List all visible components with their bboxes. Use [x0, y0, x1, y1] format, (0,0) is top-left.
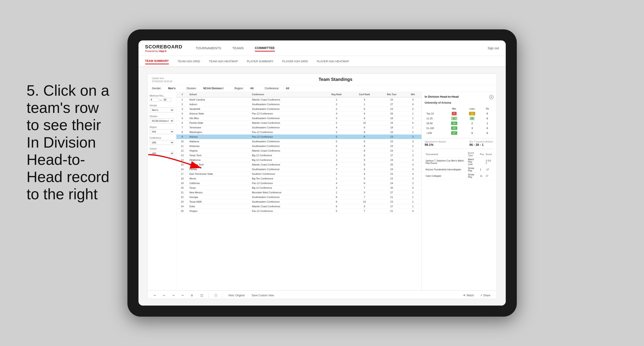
table-row[interactable]: 19 California Pac-12 Conference 4 8 24 2: [176, 181, 422, 185]
division-filter-value[interactable]: NCAA Division I: [203, 87, 224, 90]
cell-rds-tour: 26: [379, 163, 405, 167]
view-original-button[interactable]: View: Original: [226, 293, 246, 298]
table-row[interactable]: 25 Oregon Pac-12 Conference 5 7 21 0: [176, 209, 422, 213]
filters-sidebar: Minimum Rou... — Gender Men's: [148, 92, 176, 290]
table-row[interactable]: 5 Ole Miss Southeastern Conference 3 6 1…: [176, 116, 422, 121]
sign-out[interactable]: Sign out: [488, 46, 499, 50]
sub-nav-player-summary[interactable]: PLAYER SUMMARY: [247, 59, 274, 64]
undo2-button[interactable]: ↩: [161, 293, 167, 298]
cell-conf-rank: 6: [350, 125, 379, 130]
gender-filter-value[interactable]: Men's: [168, 87, 176, 90]
cell-win: 5: [404, 107, 421, 111]
copy-button[interactable]: ⧉: [189, 293, 195, 298]
cell-conf-rank: 7: [350, 195, 379, 199]
gender-filter-label: Gender:: [152, 87, 162, 90]
cell-school: Georgia: [188, 195, 251, 199]
table-row[interactable]: 4 Arizona State Pac-12 Conference 4 9 26…: [176, 111, 422, 116]
cell-rank: 23: [176, 199, 188, 204]
h2h-tie: 0: [481, 126, 494, 131]
sub-nav-team-h2h-heatmap[interactable]: TEAM H2H HEATMAP: [209, 59, 238, 64]
conference-select[interactable]: (All): [150, 140, 174, 145]
clock-button[interactable]: 🕐: [212, 293, 219, 298]
table-row[interactable]: 14 Oklahoma Big 12 Conference 3 9 24 2: [176, 158, 422, 163]
content-area: Update time: 27/03/2024 16:56:26 Team St…: [138, 67, 506, 306]
table-row[interactable]: 8 Washington Pac-12 Conference 2 8 23 1: [176, 130, 422, 135]
record-value: 86 - 26 - 1: [470, 143, 494, 147]
cut-button[interactable]: ✂: [180, 293, 186, 298]
cell-conf-rank: 7: [350, 185, 379, 190]
school-select[interactable]: (All): [150, 151, 174, 156]
sub-nav-team-summary[interactable]: TEAM SUMMARY: [145, 58, 169, 64]
cell-conf-rank: 8: [350, 130, 379, 135]
table-row[interactable]: 23 Texas A&M Southeastern Conference 9 1…: [176, 199, 422, 204]
nav-committee[interactable]: COMMITTEE: [255, 45, 275, 51]
cell-conf-rank: 9: [350, 97, 379, 102]
cell-win: 0: [404, 209, 421, 213]
table-row[interactable]: 13 Texas Tech Big 12 Conference 1 9 27 2: [176, 153, 422, 158]
h2h-close-button[interactable]: ✕: [489, 95, 494, 99]
table-row[interactable]: 9 Arizona Pac-12 Conference 5 8 23 3: [176, 135, 422, 139]
table-row[interactable]: 10 Alabama Southeastern Conference 5 8 2…: [176, 139, 422, 144]
table-row[interactable]: 21 New Mexico Mountain West Conference 1…: [176, 190, 422, 195]
cell-conference: Pac-12 Conference: [251, 209, 323, 213]
cell-conference: Big 12 Conference: [251, 185, 323, 190]
sub-nav-player-h2h-heatmap[interactable]: PLAYER H2H HEATMAP: [317, 59, 349, 64]
table-row[interactable]: 15 Georgia Tech Atlantic Coast Conferenc…: [176, 163, 422, 167]
cell-school: Arizona: [188, 135, 251, 139]
logo-sub: Powered by clipp'd: [145, 50, 182, 52]
cell-win: 4: [404, 163, 421, 167]
table-row[interactable]: 24 Duke Atlantic Coast Conference 5 9 27…: [176, 204, 422, 209]
watch-button[interactable]: 👁 Watch: [461, 293, 476, 298]
conference-filter-value[interactable]: All: [286, 87, 289, 90]
sub-nav-team-h2h-grid[interactable]: TEAM H2H GRID: [178, 59, 200, 64]
table-row[interactable]: 1 North Carolina Atlantic Coast Conferen…: [176, 97, 422, 102]
cell-rds-tour: 27: [379, 190, 405, 195]
cell-reg-rank: 7: [323, 167, 350, 172]
table-row[interactable]: 16 Florida Southeastern Conference 7 9 2…: [176, 167, 422, 172]
save-custom-button[interactable]: Save Custom View: [250, 293, 276, 298]
nav-tournaments[interactable]: TOURNAMENTS: [196, 45, 221, 51]
redo-button[interactable]: ↪: [170, 293, 176, 298]
h2h-loss: 0: [463, 131, 481, 136]
table-row[interactable]: 20 Texas Big 12 Conference 3 7 20 0: [176, 185, 422, 190]
cell-win: 1: [404, 116, 421, 121]
sub-nav-player-h2h-grid[interactable]: PLAYER H2H GRID: [282, 59, 308, 64]
toolbar-div2: [223, 293, 223, 298]
table-row[interactable]: 3 Vanderbilt Southeastern Conference 2 8…: [176, 107, 422, 111]
paste-button[interactable]: 📋: [198, 293, 205, 298]
cell-rds-tour: 23: [379, 172, 405, 176]
table-row[interactable]: 2 Auburn Southeastern Conference 2 1 27 …: [176, 102, 422, 107]
table-row[interactable]: 18 Illinois Big Ten Conference 1 9 23 3: [176, 176, 422, 181]
table-row[interactable]: 7 Tennessee Southeastern Conference 4 6 …: [176, 125, 422, 130]
cell-win: 0: [404, 121, 421, 125]
tourn-type: Match PlayLoss: [467, 158, 479, 166]
table-row[interactable]: 12 Virginia Atlantic Coast Conference 3 …: [176, 149, 422, 153]
share-button[interactable]: ↗ Share: [478, 293, 492, 298]
h2h-col-range: [425, 107, 445, 111]
cell-rds-tour: 23: [379, 135, 405, 139]
table-row[interactable]: 22 Georgia Southeastern Conference 8 7 2…: [176, 195, 422, 199]
region-filter-value[interactable]: All: [250, 87, 254, 90]
table-row[interactable]: 17 East Tennessee State Southern Confere…: [176, 172, 422, 176]
gender-select[interactable]: Men's: [150, 108, 174, 112]
h2h-win: 11: [445, 116, 463, 121]
gender-sidebar-filter: Gender Men's: [150, 104, 174, 112]
cell-reg-rank: 4: [323, 125, 350, 130]
min-rou-max-input[interactable]: [163, 98, 172, 102]
cell-conf-rank: 1: [350, 102, 379, 107]
cell-win: 3: [404, 139, 421, 144]
min-rou-min-input[interactable]: [150, 98, 158, 102]
division-select[interactable]: NCAA Division I: [150, 118, 174, 123]
update-time: Update time: 27/03/2024 16:56:26: [152, 77, 172, 83]
table-row[interactable]: 6 Florida State Atlantic Coast Conferenc…: [176, 121, 422, 125]
cell-reg-rank: 6: [323, 144, 350, 149]
cell-conference: Big 12 Conference: [251, 158, 323, 163]
h2h-table-header: Win Loss Tie: [425, 107, 494, 111]
region-select[interactable]: N/A: [150, 129, 174, 134]
cell-conf-rank: 8: [350, 181, 379, 185]
table-row[interactable]: 11 Arkansas Southeastern Conference 6 8 …: [176, 144, 422, 149]
cell-rank: 14: [176, 158, 188, 163]
nav-teams[interactable]: TEAMS: [232, 45, 244, 51]
undo-button[interactable]: ↩: [152, 293, 158, 298]
h2h-tie: 0: [481, 131, 494, 136]
